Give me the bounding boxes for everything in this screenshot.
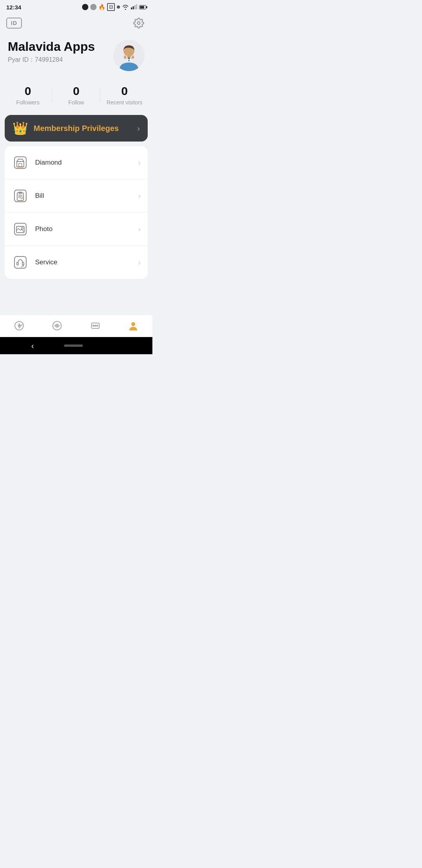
membership-chevron-icon: › [137,124,140,133]
menu-item-diamond[interactable]: Diamond › [5,146,148,179]
menu-card: Diamond › Bill › [5,146,148,279]
back-button[interactable]: ‹ [31,341,34,350]
diamond-icon-wrap [12,154,29,171]
bill-label: Bill [35,192,138,200]
membership-left: 👑 Membership Privileges [13,122,119,135]
nav-item-music[interactable] [38,320,77,332]
service-icon [13,255,28,270]
signal-dot [117,5,120,9]
svg-point-28 [21,266,22,267]
nav-item-explore[interactable] [0,320,38,332]
stat-visitors[interactable]: 0 Recent visitors [100,85,148,106]
svg-point-37 [95,325,96,326]
avatar[interactable] [113,40,145,71]
settings-button[interactable] [131,16,146,30]
follow-label: Follow [68,99,84,106]
svg-rect-1 [133,6,134,9]
status-time: 12:34 [6,4,21,11]
svg-rect-10 [17,161,24,167]
svg-point-31 [18,325,20,326]
svg-rect-11 [19,163,22,167]
android-nav-bar: ‹ [0,337,152,354]
status-icons: 🔥 ⊡ [82,3,146,11]
notif-icon-1 [82,4,88,10]
service-chevron-icon: › [138,258,141,267]
menu-item-service[interactable]: Service › [5,246,148,279]
nav-item-profile[interactable] [114,320,153,332]
svg-point-36 [93,325,94,326]
svg-rect-2 [134,5,136,9]
music-icon [51,320,63,332]
id-badge[interactable]: ID [6,18,22,29]
stats-row: 0 Followers 0 Follow 0 Recent visitors [0,79,152,115]
wifi-icon [122,4,129,10]
battery-icon [139,5,146,9]
profile-section: Malavida Apps Pyar ID：74991284 [0,34,152,79]
explore-icon [13,320,25,332]
svg-rect-26 [17,262,18,265]
followers-label: Followers [16,99,39,106]
svg-rect-0 [131,7,132,9]
fire-icon: 🔥 [98,4,105,10]
svg-rect-25 [14,256,26,268]
bill-chevron-icon: › [138,192,141,200]
gear-icon [133,18,144,29]
top-bar: ID [0,13,152,34]
chat-icon [89,320,101,332]
nav-item-chat[interactable] [76,320,114,332]
photo-icon [13,222,28,237]
membership-text: Membership Privileges [34,124,119,133]
svg-point-14 [20,167,21,168]
photo-chevron-icon: › [138,225,141,233]
visitors-count: 0 [121,85,128,97]
follow-count: 0 [73,85,80,97]
svg-point-34 [57,325,58,326]
content-spacer [0,283,152,315]
photo-icon-wrap [12,221,29,238]
svg-point-24 [21,228,23,230]
diamond-icon [13,155,28,170]
diamond-label: Diamond [35,159,138,167]
svg-point-39 [131,322,135,326]
menu-item-photo[interactable]: Photo › [5,213,148,246]
avatar-image [113,40,145,71]
signal-icon [131,4,137,10]
id-label: Pyar ID： [8,56,35,63]
profile-name: Malavida Apps [8,40,107,54]
svg-point-4 [138,22,140,25]
profile-info: Malavida Apps Pyar ID：74991284 [8,40,107,64]
svg-rect-17 [17,193,23,201]
membership-banner[interactable]: 👑 Membership Privileges › [5,115,148,142]
svg-point-13 [18,167,19,168]
diamond-chevron-icon: › [138,159,141,167]
service-label: Service [35,258,138,266]
followers-count: 0 [25,85,31,97]
stat-follow[interactable]: 0 Follow [52,85,100,106]
id-value: 74991284 [35,56,63,63]
bill-icon-wrap [12,187,29,204]
notif-icon-2 [90,4,97,10]
menu-item-bill[interactable]: Bill › [5,179,148,213]
crown-icon: 👑 [13,122,28,135]
visitors-label: Recent visitors [107,99,143,106]
svg-point-15 [22,167,23,168]
home-indicator[interactable] [64,344,83,347]
status-bar: 12:34 🔥 ⊡ [0,0,152,13]
screen-icon: ⊡ [107,3,115,11]
photo-label: Photo [35,225,138,233]
stat-followers[interactable]: 0 Followers [4,85,52,106]
profile-id: Pyar ID：74991284 [8,56,107,64]
svg-rect-3 [136,4,138,9]
bill-icon [13,188,28,203]
service-icon-wrap [12,254,29,271]
bottom-nav [0,315,152,337]
profile-nav-icon [127,320,139,332]
svg-point-38 [97,325,98,326]
